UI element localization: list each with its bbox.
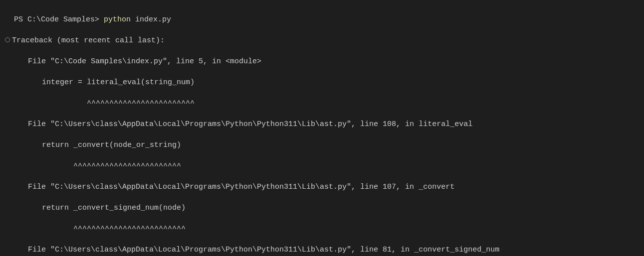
ps-prompt: PS C:\Code Samples> — [14, 15, 104, 24]
traceback-file-line: File "C:\Code Samples\index.py", line 5,… — [5, 56, 639, 67]
traceback-code-line: return _convert_signed_num(node) — [5, 203, 639, 213]
traceback-caret-line: ^^^^^^^^^^^^^^^^^^^^^^^^ — [5, 98, 639, 109]
traceback-header-line: Traceback (most recent call last): — [5, 35, 639, 46]
command-arg: index.py — [131, 15, 171, 24]
traceback-caret-line: ^^^^^^^^^^^^^^^^^^^^^^^^^ — [5, 224, 639, 234]
traceback-file-line: File "C:\Users\class\AppData\Local\Progr… — [5, 245, 639, 255]
traceback-code-line: return _convert(node_or_string) — [5, 140, 639, 150]
command-line: PS C:\Code Samples> python index.py — [5, 14, 639, 25]
traceback-file-line: File "C:\Users\class\AppData\Local\Progr… — [5, 182, 639, 192]
breakpoint-icon — [5, 37, 10, 42]
traceback-caret-line: ^^^^^^^^^^^^^^^^^^^^^^^^ — [5, 161, 639, 171]
traceback-file-line: File "C:\Users\class\AppData\Local\Progr… — [5, 119, 639, 129]
command-keyword: python — [104, 15, 131, 24]
terminal-output[interactable]: PS C:\Code Samples> python index.py Trac… — [5, 4, 639, 256]
traceback-code-line: integer = literal_eval(string_num) — [5, 77, 639, 88]
traceback-header: Traceback (most recent call last): — [12, 36, 165, 45]
